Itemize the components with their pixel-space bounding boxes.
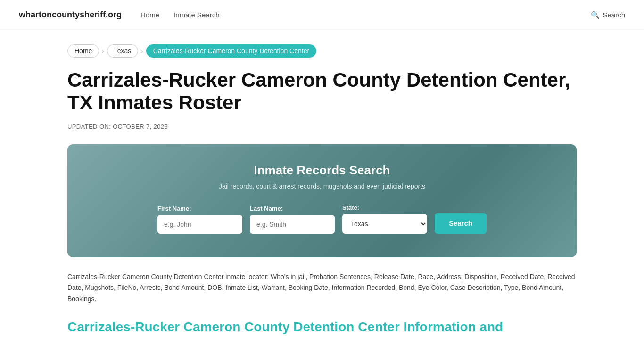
last-name-label: Last Name:: [250, 205, 283, 212]
first-name-group: First Name:: [157, 205, 242, 234]
breadcrumb: Home › Texas › Carrizales-Rucker Cameron…: [67, 44, 577, 58]
site-logo[interactable]: whartoncountysheriff.org: [19, 10, 122, 20]
navbar-search[interactable]: 🔍 Search: [591, 11, 625, 19]
search-section: Inmate Records Search Jail records, cour…: [67, 144, 577, 257]
state-label: State:: [342, 204, 359, 211]
updated-date-value: OCTOBER 7, 2023: [113, 123, 168, 130]
state-select[interactable]: AlabamaAlaskaArizonaArkansasCaliforniaCo…: [342, 214, 427, 234]
navbar-search-label: Search: [603, 11, 625, 19]
last-name-group: Last Name:: [250, 205, 335, 234]
search-icon: 🔍: [591, 11, 600, 19]
navbar: whartoncountysheriff.org Home Inmate Sea…: [0, 0, 644, 30]
updated-label: UPDATED ON:: [67, 123, 111, 130]
description-text: Carrizales-Rucker Cameron County Detenti…: [67, 272, 577, 305]
breadcrumb-current[interactable]: Carrizales-Rucker Cameron County Detenti…: [146, 44, 316, 58]
first-name-input[interactable]: [157, 215, 242, 234]
state-group: State: AlabamaAlaskaArizonaArkansasCalif…: [342, 204, 427, 234]
breadcrumb-sep-2: ›: [141, 47, 143, 55]
last-name-input[interactable]: [250, 215, 335, 234]
search-form: First Name: Last Name: State: AlabamaAla…: [96, 204, 548, 234]
breadcrumb-sep-1: ›: [102, 47, 104, 55]
nav-home[interactable]: Home: [140, 11, 159, 19]
search-section-title: Inmate Records Search: [96, 163, 548, 178]
main-content: Home › Texas › Carrizales-Rucker Cameron…: [49, 30, 595, 359]
breadcrumb-home[interactable]: Home: [67, 44, 99, 58]
nav-links: Home Inmate Search: [140, 11, 572, 19]
breadcrumb-texas[interactable]: Texas: [107, 44, 139, 58]
updated-date: UPDATED ON: OCTOBER 7, 2023: [67, 123, 577, 130]
search-button[interactable]: Search: [435, 213, 487, 234]
section-heading: Carrizales-Rucker Cameron County Detenti…: [67, 319, 577, 335]
nav-inmate-search[interactable]: Inmate Search: [173, 11, 220, 19]
first-name-label: First Name:: [157, 205, 191, 212]
page-title: Carrizales-Rucker Cameron County Detenti…: [67, 69, 577, 115]
search-section-subtitle: Jail records, court & arrest records, mu…: [96, 182, 548, 190]
